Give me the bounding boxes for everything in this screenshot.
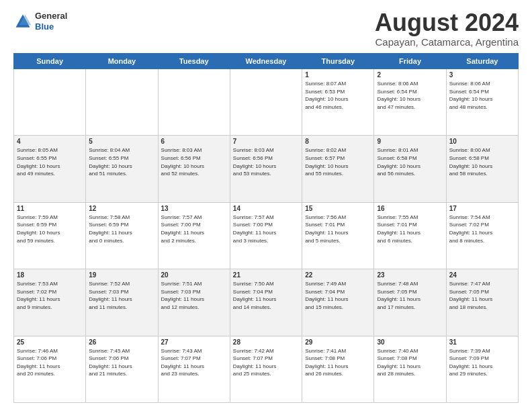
title-block: August 2024 Capayan, Catamarca, Argentin… — [375, 11, 519, 48]
day-info: Sunrise: 7:59 AM Sunset: 6:59 PM Dayligh… — [17, 214, 83, 244]
table-row — [230, 69, 302, 136]
day-info: Sunrise: 7:57 AM Sunset: 7:00 PM Dayligh… — [161, 214, 227, 244]
day-number: 30 — [377, 338, 443, 346]
day-info: Sunrise: 7:54 AM Sunset: 7:02 PM Dayligh… — [449, 214, 515, 244]
table-row — [158, 69, 230, 136]
day-info: Sunrise: 8:04 AM Sunset: 6:55 PM Dayligh… — [89, 146, 154, 177]
day-number: 15 — [305, 205, 371, 212]
day-number: 26 — [89, 338, 154, 346]
logo-blue-text: Blue — [35, 21, 67, 32]
day-info: Sunrise: 7:48 AM Sunset: 7:05 PM Dayligh… — [377, 280, 443, 311]
day-number: 25 — [17, 338, 83, 346]
calendar-week-row: 4Sunrise: 8:05 AM Sunset: 6:55 PM Daylig… — [14, 136, 519, 202]
day-number: 2 — [377, 71, 443, 79]
calendar-header-row: Sunday Monday Tuesday Wednesday Thursday… — [14, 54, 519, 69]
table-row: 3Sunrise: 8:06 AM Sunset: 6:54 PM Daylig… — [446, 69, 518, 136]
day-info: Sunrise: 8:05 AM Sunset: 6:55 PM Dayligh… — [17, 146, 83, 177]
calendar-week-row: 25Sunrise: 7:46 AM Sunset: 7:06 PM Dayli… — [14, 336, 519, 402]
calendar-week-row: 18Sunrise: 7:53 AM Sunset: 7:02 PM Dayli… — [14, 269, 519, 336]
table-row: 20Sunrise: 7:51 AM Sunset: 7:03 PM Dayli… — [158, 269, 230, 336]
day-info: Sunrise: 7:49 AM Sunset: 7:04 PM Dayligh… — [305, 280, 371, 311]
day-number: 20 — [161, 271, 227, 279]
day-number: 11 — [17, 205, 83, 212]
day-number: 27 — [161, 338, 227, 346]
table-row: 1Sunrise: 8:07 AM Sunset: 6:53 PM Daylig… — [302, 69, 374, 136]
col-saturday: Saturday — [446, 54, 518, 69]
day-info: Sunrise: 7:43 AM Sunset: 7:07 PM Dayligh… — [161, 347, 227, 378]
day-number: 10 — [449, 138, 515, 145]
day-number: 28 — [233, 338, 299, 346]
col-sunday: Sunday — [14, 54, 86, 69]
table-row: 29Sunrise: 7:41 AM Sunset: 7:08 PM Dayli… — [302, 336, 374, 402]
table-row: 11Sunrise: 7:59 AM Sunset: 6:59 PM Dayli… — [14, 202, 86, 269]
col-thursday: Thursday — [302, 54, 374, 69]
table-row: 12Sunrise: 7:58 AM Sunset: 6:59 PM Dayli… — [86, 202, 158, 269]
calendar-table: Sunday Monday Tuesday Wednesday Thursday… — [13, 53, 519, 403]
table-row: 30Sunrise: 7:40 AM Sunset: 7:08 PM Dayli… — [374, 336, 446, 402]
day-info: Sunrise: 8:03 AM Sunset: 6:56 PM Dayligh… — [161, 146, 227, 177]
day-info: Sunrise: 7:55 AM Sunset: 7:01 PM Dayligh… — [377, 214, 443, 244]
day-number: 6 — [161, 138, 227, 145]
day-info: Sunrise: 7:45 AM Sunset: 7:06 PM Dayligh… — [89, 347, 154, 378]
day-info: Sunrise: 7:42 AM Sunset: 7:07 PM Dayligh… — [233, 347, 299, 378]
day-number: 5 — [89, 138, 154, 145]
col-wednesday: Wednesday — [230, 54, 302, 69]
day-number: 29 — [305, 338, 371, 346]
day-info: Sunrise: 8:01 AM Sunset: 6:58 PM Dayligh… — [377, 146, 443, 177]
table-row — [14, 69, 86, 136]
day-number: 16 — [377, 205, 443, 212]
page: General Blue August 2024 Capayan, Catama… — [0, 0, 532, 411]
day-number: 18 — [17, 271, 83, 279]
day-number: 31 — [449, 338, 515, 346]
title-location: Capayan, Catamarca, Argentina — [375, 36, 519, 48]
table-row: 4Sunrise: 8:05 AM Sunset: 6:55 PM Daylig… — [14, 136, 86, 202]
day-info: Sunrise: 8:03 AM Sunset: 6:56 PM Dayligh… — [233, 146, 299, 177]
day-info: Sunrise: 7:51 AM Sunset: 7:03 PM Dayligh… — [161, 280, 227, 311]
table-row: 22Sunrise: 7:49 AM Sunset: 7:04 PM Dayli… — [302, 269, 374, 336]
day-number: 14 — [233, 205, 299, 212]
day-number: 12 — [89, 205, 154, 212]
col-tuesday: Tuesday — [158, 54, 230, 69]
title-month: August 2024 — [375, 11, 519, 35]
day-number: 8 — [305, 138, 371, 145]
table-row: 27Sunrise: 7:43 AM Sunset: 7:07 PM Dayli… — [158, 336, 230, 402]
day-info: Sunrise: 7:56 AM Sunset: 7:01 PM Dayligh… — [305, 214, 371, 244]
day-info: Sunrise: 8:00 AM Sunset: 6:58 PM Dayligh… — [449, 146, 515, 177]
table-row: 24Sunrise: 7:47 AM Sunset: 7:05 PM Dayli… — [446, 269, 518, 336]
day-info: Sunrise: 7:39 AM Sunset: 7:09 PM Dayligh… — [449, 347, 515, 378]
day-number: 1 — [305, 71, 371, 79]
col-friday: Friday — [374, 54, 446, 69]
table-row: 28Sunrise: 7:42 AM Sunset: 7:07 PM Dayli… — [230, 336, 302, 402]
table-row: 23Sunrise: 7:48 AM Sunset: 7:05 PM Dayli… — [374, 269, 446, 336]
day-info: Sunrise: 7:57 AM Sunset: 7:00 PM Dayligh… — [233, 214, 299, 244]
day-number: 9 — [377, 138, 443, 145]
table-row: 2Sunrise: 8:06 AM Sunset: 6:54 PM Daylig… — [374, 69, 446, 136]
day-number: 21 — [233, 271, 299, 279]
day-info: Sunrise: 7:46 AM Sunset: 7:06 PM Dayligh… — [17, 347, 83, 378]
logo-general-text: General — [35, 11, 67, 21]
day-number: 4 — [17, 138, 83, 145]
day-info: Sunrise: 7:50 AM Sunset: 7:04 PM Dayligh… — [233, 280, 299, 311]
table-row: 13Sunrise: 7:57 AM Sunset: 7:00 PM Dayli… — [158, 202, 230, 269]
table-row: 21Sunrise: 7:50 AM Sunset: 7:04 PM Dayli… — [230, 269, 302, 336]
table-row: 8Sunrise: 8:02 AM Sunset: 6:57 PM Daylig… — [302, 136, 374, 202]
table-row: 15Sunrise: 7:56 AM Sunset: 7:01 PM Dayli… — [302, 202, 374, 269]
logo: General Blue — [13, 11, 67, 32]
table-row: 16Sunrise: 7:55 AM Sunset: 7:01 PM Dayli… — [374, 202, 446, 269]
logo-icon — [13, 12, 32, 31]
day-info: Sunrise: 7:41 AM Sunset: 7:08 PM Dayligh… — [305, 347, 371, 378]
calendar-week-row: 11Sunrise: 7:59 AM Sunset: 6:59 PM Dayli… — [14, 202, 519, 269]
day-info: Sunrise: 7:53 AM Sunset: 7:02 PM Dayligh… — [17, 280, 83, 311]
table-row: 19Sunrise: 7:52 AM Sunset: 7:03 PM Dayli… — [86, 269, 158, 336]
logo-text: General Blue — [35, 11, 67, 32]
col-monday: Monday — [86, 54, 158, 69]
day-number: 3 — [449, 71, 515, 79]
day-info: Sunrise: 7:58 AM Sunset: 6:59 PM Dayligh… — [89, 214, 154, 244]
calendar-week-row: 1Sunrise: 8:07 AM Sunset: 6:53 PM Daylig… — [14, 69, 519, 136]
day-number: 22 — [305, 271, 371, 279]
table-row: 7Sunrise: 8:03 AM Sunset: 6:56 PM Daylig… — [230, 136, 302, 202]
day-number: 24 — [449, 271, 515, 279]
day-info: Sunrise: 8:07 AM Sunset: 6:53 PM Dayligh… — [305, 80, 371, 111]
day-info: Sunrise: 8:06 AM Sunset: 6:54 PM Dayligh… — [449, 80, 515, 111]
table-row: 17Sunrise: 7:54 AM Sunset: 7:02 PM Dayli… — [446, 202, 518, 269]
